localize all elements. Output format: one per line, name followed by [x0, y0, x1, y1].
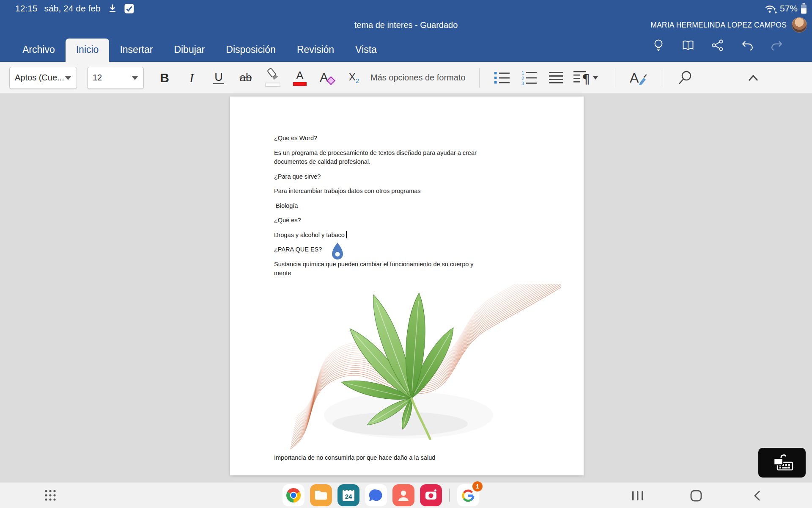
search-icon	[677, 69, 694, 86]
font-style-brush-icon: A	[628, 69, 647, 87]
tab-disposicion[interactable]: Disposición	[215, 39, 286, 62]
tab-vista[interactable]: Vista	[345, 39, 387, 62]
account-area[interactable]: MARIA HERMELINDA LOPEZ CAMPOS	[650, 17, 807, 33]
bold-button[interactable]: B	[152, 66, 177, 90]
calendar-icon[interactable]: 24	[337, 484, 359, 506]
wifi-icon	[765, 3, 777, 14]
toolbar-divider	[479, 68, 480, 88]
paragraph: Para intercambiar trabajos datos con otr…	[274, 187, 482, 196]
title-bar: tema de interes - Guardado MARIA HERMELI…	[0, 17, 812, 33]
search-button[interactable]	[673, 66, 698, 90]
tab-inicio[interactable]: Inicio	[66, 39, 110, 62]
document-canvas: ¿Que es Word? Es un programa de procesam…	[0, 94, 812, 482]
battery-icon	[801, 3, 807, 14]
highlighter-button[interactable]	[261, 66, 285, 90]
bullet-list-button[interactable]	[490, 66, 514, 90]
paragraph: Es un programa de procesamiento de texto…	[274, 149, 482, 167]
align-justify-button[interactable]	[544, 66, 568, 90]
recents-button[interactable]	[626, 483, 650, 508]
document-page[interactable]: ¿Que es Word? Es un programa de procesam…	[230, 97, 584, 475]
files-folder-icon[interactable]	[310, 484, 332, 506]
clear-formatting-icon: A	[317, 69, 337, 87]
svg-text:A: A	[320, 70, 328, 84]
paragraph: Biología	[274, 202, 482, 211]
battery-percent: 57%	[780, 3, 798, 14]
font-name-select[interactable]: Aptos (Cue...	[9, 67, 77, 89]
back-button[interactable]	[745, 483, 769, 508]
paragraph-with-cursor: Drogas y alcohol y tabaco	[274, 231, 482, 240]
camera-icon[interactable]	[420, 484, 442, 506]
paragraph: ¿PARA QUE ES?	[274, 245, 482, 254]
font-color-button[interactable]: A	[288, 66, 312, 90]
svg-text:A: A	[630, 70, 639, 86]
chevron-up-icon	[746, 73, 760, 83]
svg-text:1: 1	[521, 70, 524, 75]
svg-text:3: 3	[521, 81, 524, 86]
paragraph: ¿Qué es?	[274, 216, 482, 225]
strikethrough-button[interactable]: ab	[233, 66, 258, 90]
chevron-down-icon	[132, 76, 138, 80]
highlighter-icon	[263, 68, 282, 88]
paragraph: ¿Para que sirve?	[274, 172, 482, 182]
apps-grid-button[interactable]	[44, 489, 57, 502]
avatar[interactable]	[792, 17, 807, 33]
paragraph-options-button[interactable]: ¶	[571, 66, 602, 90]
toolbar-divider	[615, 68, 615, 88]
underline-button[interactable]: U	[206, 66, 231, 90]
font-size-select[interactable]: 12	[87, 67, 144, 89]
tab-dibujar[interactable]: Dibujar	[163, 39, 215, 62]
dock-divider	[449, 489, 450, 502]
date: sáb, 24 de feb	[44, 3, 101, 14]
cursor-drag-handle[interactable]	[332, 243, 343, 260]
share-icon[interactable]	[710, 38, 725, 52]
numbered-list-icon: 1 2 3	[521, 70, 538, 86]
paragraph: Importancia de no consumirla por que hac…	[274, 453, 482, 463]
google-icon[interactable]: 1	[457, 484, 479, 506]
text-cursor	[346, 231, 347, 238]
checkbox-notification-icon	[124, 4, 134, 14]
chrome-icon[interactable]	[283, 484, 304, 506]
italic-button[interactable]: I	[179, 66, 204, 90]
toolbar-divider	[663, 68, 663, 88]
chevron-down-icon	[65, 76, 71, 80]
subscript-button[interactable]: X2	[342, 66, 366, 90]
status-bar: 12:15 sáb, 24 de feb 57%	[0, 0, 812, 17]
paragraph: Sustancia química que pueden cambiar el …	[274, 260, 482, 278]
contacts-icon[interactable]	[392, 484, 414, 506]
clear-formatting-button[interactable]: A	[315, 66, 339, 90]
tab-revision[interactable]: Revisión	[286, 39, 345, 62]
collapse-ribbon-button[interactable]	[741, 66, 765, 90]
svg-text:24: 24	[345, 493, 352, 500]
paragraph-mark-icon: ¶	[573, 70, 600, 86]
formatting-toolbar: Aptos (Cue... 12 B I U ab A A X2 Más opc…	[0, 62, 812, 94]
home-button[interactable]	[684, 483, 708, 508]
tab-archivo[interactable]: Archivo	[12, 39, 66, 62]
redo-icon[interactable]	[770, 38, 784, 52]
tab-insertar[interactable]: Insertar	[109, 39, 163, 62]
bullet-list-icon	[494, 70, 510, 86]
document-title: tema de interes - Guardado	[354, 17, 458, 33]
android-navbar: 24	[0, 482, 812, 508]
user-name: MARIA HERMELINDA LOPEZ CAMPOS	[650, 21, 787, 30]
ribbon-tab-bar: Archivo Inicio Insertar Dibujar Disposic…	[0, 33, 812, 62]
numbered-list-button[interactable]: 1 2 3	[517, 66, 541, 90]
align-justify-icon	[549, 72, 564, 84]
messages-icon[interactable]	[365, 484, 387, 506]
tips-lightbulb-icon[interactable]	[651, 38, 666, 52]
undo-icon[interactable]	[740, 38, 754, 52]
font-color-swatch	[293, 82, 307, 86]
paragraph: ¿Que es Word?	[274, 134, 482, 143]
download-icon	[107, 3, 118, 14]
format-styles-button[interactable]: A	[625, 66, 650, 90]
keyboard-toggle-button[interactable]	[758, 448, 806, 478]
more-formatting-label[interactable]: Más opciones de formato	[370, 73, 466, 83]
document-image-cannabis-leaf[interactable]	[290, 284, 561, 449]
svg-text:¶: ¶	[582, 72, 590, 86]
notification-badge: 1	[472, 481, 483, 491]
font-color-letter: A	[296, 70, 303, 81]
clock: 12:15	[15, 3, 38, 14]
svg-text:2: 2	[521, 75, 524, 80]
read-mode-book-icon[interactable]	[681, 38, 695, 52]
keyboard-unlock-icon	[770, 453, 794, 472]
